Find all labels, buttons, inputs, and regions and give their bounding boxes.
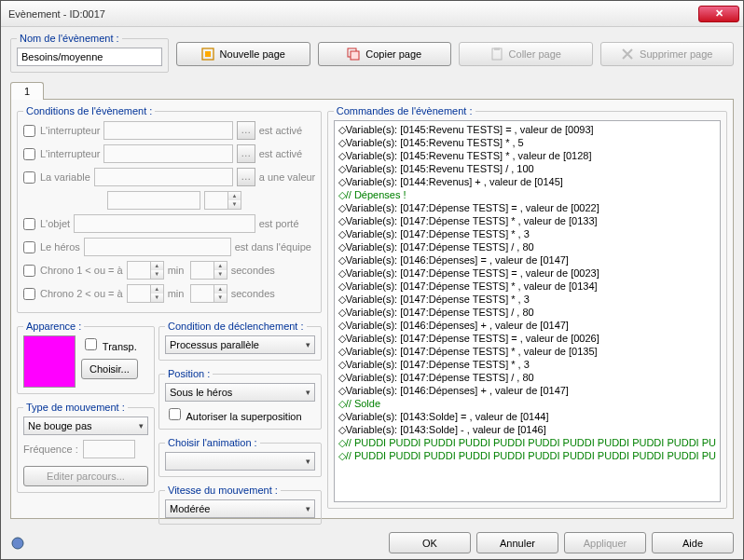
command-line[interactable]: ◇// PUDDI PUDDI PUDDI PUDDI PUDDI PUDDI … [338,449,716,462]
command-line[interactable]: ◇Variable(s): [0147:Dépense TESTS] * , v… [338,214,716,227]
switch1-suffix: est activé [259,125,315,136]
command-line[interactable]: ◇Variable(s): [0147:Dépense TESTS] * , 3 [338,358,716,371]
chrono1-check[interactable]: Chrono 1 < ou = à [23,265,123,277]
freq-label: Fréquence : [23,444,79,455]
apply-button[interactable]: Appliquer [564,532,646,553]
command-line[interactable]: ◇Variable(s): [0143:Solde] - , valeur de… [338,423,716,436]
command-line[interactable]: ◇Variable(s): [0144:Revenus] + , valeur … [338,175,716,188]
paste-page-label: Coller page [509,48,561,60]
command-line[interactable]: ◇Variable(s): [0147:Dépense TESTS] * , v… [338,345,716,358]
paste-page-button[interactable]: Coller page [459,42,593,66]
variable-browse[interactable]: … [237,168,255,186]
command-line[interactable]: ◇Variable(s): [0146:Dépenses] + , valeur… [338,319,716,332]
item-suffix: est porté [259,218,315,229]
command-line[interactable]: ◇Variable(s): [0143:Solde] = , valeur de… [338,410,716,423]
command-line[interactable]: ◇Variable(s): [0146:Dépenses] = , valeur… [338,253,716,266]
delete-page-button[interactable]: Supprimer page [600,42,735,66]
hero-combo[interactable] [84,238,231,256]
new-page-icon [201,48,214,61]
item-check[interactable]: L'objet [23,218,70,230]
chrono2-sec[interactable]: ▲▼ [190,284,227,303]
command-line[interactable]: ◇// Dépenses ! [338,188,716,201]
command-line[interactable]: ◇Variable(s): [0145:Revenu TESTS] * , 5 [338,136,716,149]
delete-icon [621,48,634,61]
hero-suffix: est dans l'équipe [235,241,315,253]
command-line[interactable]: ◇Variable(s): [0147:Dépense TESTS] = , v… [338,266,716,280]
trigger-fieldset: Condition de déclenchement : Processus p… [158,321,322,361]
item-combo[interactable] [74,214,255,233]
page-tabs: 1 [10,82,734,100]
command-line[interactable]: ◇// PUDDI PUDDI PUDDI PUDDI PUDDI PUDDI … [338,436,716,449]
animation-legend: Choisir l'animation : [165,437,260,448]
speed-combo[interactable]: Modérée [165,499,315,518]
variable-check[interactable]: La variable [23,171,90,184]
command-line[interactable]: ◇Variable(s): [0147:Dépense TESTS] / , 8… [338,306,716,319]
appearance-legend: Apparence : [23,321,84,332]
freq-combo[interactable] [83,440,135,458]
chrono1-min[interactable]: ▲▼ [127,261,164,280]
command-line[interactable]: ◇Variable(s): [0147:Dépense TESTS] / , 8… [338,371,716,384]
delete-page-label: Supprimer page [640,48,712,60]
appearance-swatch[interactable] [23,335,76,388]
event-name-legend: Nom de l'évènement : [17,33,122,44]
command-line[interactable]: ◇Variable(s): [0145:Revenu TESTS] / , 10… [338,162,716,175]
commands-legend: Commandes de l'évènement : [334,105,475,116]
switch1-browse[interactable]: … [237,121,255,140]
transp-check[interactable]: Transp. [81,335,138,353]
movement-type-combo[interactable]: Ne bouge pas [23,417,148,435]
switch2-check[interactable]: L'interrupteur [23,148,100,160]
copy-page-label: Copier page [365,48,421,60]
hero-check[interactable]: Le héros [23,241,80,253]
new-page-label: Nouvelle page [220,48,285,60]
trigger-combo[interactable]: Processus parallèle [165,335,315,354]
choose-graphic-button[interactable]: Choisir... [81,359,138,379]
command-line[interactable]: ◇Variable(s): [0147:Dépense TESTS] = , v… [338,332,716,345]
conditions-fieldset: Conditions de l'évènement : L'interrupte… [17,105,322,313]
cancel-button[interactable]: Annuler [476,532,558,553]
command-line[interactable]: ◇Variable(s): [0145:Revenu TESTS] = , va… [338,123,716,136]
new-page-button[interactable]: Nouvelle page [176,42,310,66]
svg-rect-3 [351,51,359,60]
trigger-legend: Condition de déclenchement : [165,321,307,332]
svg-rect-1 [205,51,211,57]
animation-combo[interactable] [165,452,315,471]
svg-rect-5 [494,48,500,50]
command-line[interactable]: ◇Variable(s): [0147:Dépense TESTS] / , 8… [338,240,716,253]
edit-route-button[interactable]: Editer parcours... [23,466,148,486]
tab-1[interactable]: 1 [10,82,44,100]
switch1-combo[interactable] [103,121,232,140]
movement-fieldset: Type de mouvement : Ne bouge pas Fréquen… [17,402,155,493]
appearance-fieldset: Apparence : Transp. Choisir... [17,321,155,394]
variable-suffix: a une valeur [259,171,315,183]
command-line[interactable]: ◇Variable(s): [0147:Dépense TESTS] = , v… [338,201,716,214]
command-line[interactable]: ◇Variable(s): [0147:Dépense TESTS] * , 3 [338,227,716,240]
paste-icon [490,48,503,61]
variable-value-spin[interactable]: ▲▼ [204,191,241,210]
command-line[interactable]: ◇Variable(s): [0145:Revenu TESTS] * , va… [338,149,716,162]
copy-page-button[interactable]: Copier page [318,42,452,66]
help-button[interactable]: Aide [652,532,734,553]
overlap-check[interactable]: Autoriser la superposition [165,405,302,423]
chrono1-sec[interactable]: ▲▼ [190,261,227,280]
event-editor-window: Evènement - ID:0017 ✕ Nom de l'évènement… [0,0,744,560]
command-line[interactable]: ◇Variable(s): [0146:Dépenses] + , valeur… [338,384,716,397]
variable-op-combo[interactable] [107,191,200,210]
switch2-combo[interactable] [103,144,232,163]
event-name-input[interactable] [17,48,162,66]
command-line[interactable]: ◇Variable(s): [0147:Dépense TESTS] * , 3 [338,293,716,306]
variable-combo[interactable] [94,168,233,186]
chrono2-check[interactable]: Chrono 2 < ou = à [23,288,123,300]
commands-list[interactable]: ◇Variable(s): [0145:Revenu TESTS] = , va… [334,120,721,502]
switch1-check[interactable]: L'interrupteur [23,125,100,137]
chrono2-min[interactable]: ▲▼ [127,284,164,303]
footer-icon [10,536,25,551]
position-combo[interactable]: Sous le héros [165,383,315,402]
command-line[interactable]: ◇Variable(s): [0147:Dépense TESTS] * , v… [338,280,716,293]
switch2-browse[interactable]: … [237,144,255,163]
titlebar: Evènement - ID:0017 ✕ [1,1,743,27]
command-line[interactable]: ◇// Solde [338,397,716,410]
close-button[interactable]: ✕ [698,6,739,22]
switch2-suffix: est activé [259,148,315,159]
movement-legend: Type de mouvement : [23,402,128,413]
ok-button[interactable]: OK [389,532,471,553]
